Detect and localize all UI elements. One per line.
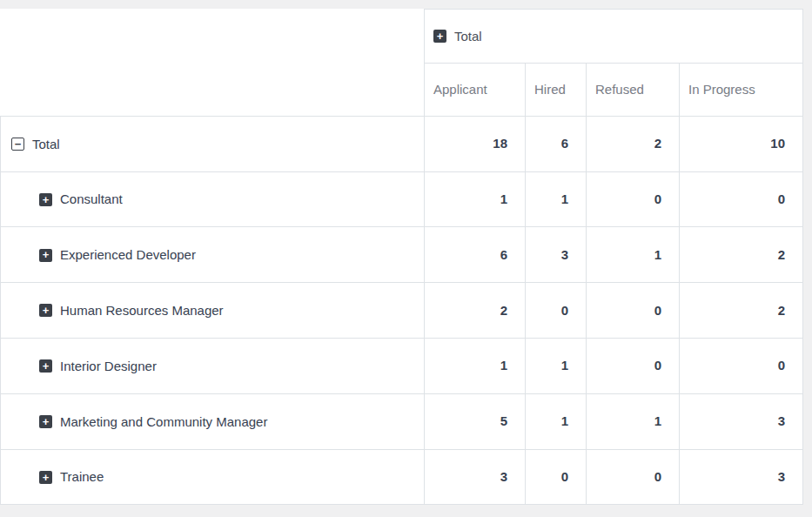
row-header-label: Marketing and Community Manager <box>60 414 267 430</box>
pivot-value-cell[interactable]: 1 <box>587 393 680 449</box>
row-header-label: Experienced Developer <box>60 247 196 263</box>
pivot-value-cell[interactable]: 10 <box>680 116 803 171</box>
pivot-row: +Interior Designer1100 <box>1 338 803 393</box>
measure-header-applicant[interactable]: Applicant <box>425 63 526 116</box>
pivot-value-cell[interactable]: 0 <box>587 171 680 227</box>
measure-header-in-progress[interactable]: In Progress <box>680 63 803 116</box>
row-header-interior-designer[interactable]: +Interior Designer <box>1 338 425 393</box>
expand-row-icon[interactable]: + <box>39 249 52 262</box>
pivot-value-cell[interactable]: 0 <box>680 171 803 227</box>
row-header-experienced-developer[interactable]: +Experienced Developer <box>1 227 425 283</box>
measure-header-hired[interactable]: Hired <box>526 63 587 116</box>
row-header-label: Consultant <box>60 191 123 207</box>
pivot-view: + Total Applicant Hired Refused In Progr… <box>0 0 812 517</box>
pivot-value-cell[interactable]: 0 <box>587 338 680 393</box>
row-header-human-resources-manager[interactable]: +Human Resources Manager <box>1 283 425 339</box>
pivot-row: +Consultant1100 <box>1 171 803 227</box>
pivot-value-cell[interactable]: 1 <box>587 227 680 283</box>
pivot-value-cell[interactable]: 6 <box>425 227 526 283</box>
measure-header-refused[interactable]: Refused <box>587 63 680 116</box>
pivot-value-cell[interactable]: 1 <box>425 338 526 393</box>
pivot-value-cell[interactable]: 0 <box>526 449 587 505</box>
row-header-label: Interior Designer <box>60 359 157 374</box>
row-header-label: Trainee <box>60 469 104 485</box>
pivot-row: +Marketing and Community Manager5113 <box>1 393 803 449</box>
pivot-row: +Experienced Developer6312 <box>1 227 803 283</box>
pivot-value-cell[interactable]: 0 <box>680 338 803 393</box>
pivot-value-cell[interactable]: 0 <box>526 283 587 339</box>
row-header-total[interactable]: −Total <box>1 116 425 171</box>
column-group-row: + Total <box>1 10 803 64</box>
pivot-value-cell[interactable]: 18 <box>425 116 526 171</box>
pivot-body: −Total186210+Consultant1100+Experienced … <box>1 116 803 505</box>
pivot-value-cell[interactable]: 3 <box>526 227 587 283</box>
pivot-table: + Total Applicant Hired Refused In Progr… <box>0 9 803 505</box>
pivot-row: +Trainee3003 <box>1 449 803 505</box>
pivot-value-cell[interactable]: 3 <box>680 393 803 449</box>
pivot-value-cell[interactable]: 5 <box>425 393 526 449</box>
row-header-consultant[interactable]: +Consultant <box>1 171 425 227</box>
expand-row-icon[interactable]: + <box>39 359 52 373</box>
row-header-label: Human Resources Manager <box>60 303 224 319</box>
pivot-value-cell[interactable]: 2 <box>680 283 803 339</box>
pivot-value-cell[interactable]: 1 <box>425 171 526 227</box>
pivot-corner-cell <box>1 10 425 117</box>
expand-row-icon[interactable]: + <box>39 304 52 317</box>
collapse-row-icon[interactable]: − <box>11 138 24 151</box>
pivot-value-cell[interactable]: 1 <box>526 171 587 227</box>
pivot-value-cell[interactable]: 3 <box>425 449 526 505</box>
pivot-value-cell[interactable]: 6 <box>526 116 587 171</box>
pivot-value-cell[interactable]: 2 <box>425 283 526 339</box>
pivot-row: +Human Resources Manager2002 <box>1 283 803 339</box>
column-group-label: Total <box>454 29 482 44</box>
expand-row-icon[interactable]: + <box>39 193 52 206</box>
pivot-value-cell[interactable]: 2 <box>587 116 680 171</box>
pivot-row: −Total186210 <box>1 116 803 171</box>
column-group-header-total[interactable]: + Total <box>425 10 803 64</box>
pivot-value-cell[interactable]: 1 <box>526 338 587 393</box>
expand-row-icon[interactable]: + <box>39 471 52 484</box>
expand-column-icon[interactable]: + <box>433 30 446 43</box>
expand-row-icon[interactable]: + <box>39 415 52 428</box>
pivot-value-cell[interactable]: 2 <box>680 227 803 283</box>
pivot-value-cell[interactable]: 0 <box>587 283 680 339</box>
pivot-value-cell[interactable]: 3 <box>680 449 803 505</box>
row-header-trainee[interactable]: +Trainee <box>1 449 425 505</box>
pivot-value-cell[interactable]: 0 <box>587 449 680 505</box>
row-header-marketing-and-community-manager[interactable]: +Marketing and Community Manager <box>1 393 425 449</box>
pivot-value-cell[interactable]: 1 <box>526 393 587 449</box>
row-header-label: Total <box>32 137 60 152</box>
